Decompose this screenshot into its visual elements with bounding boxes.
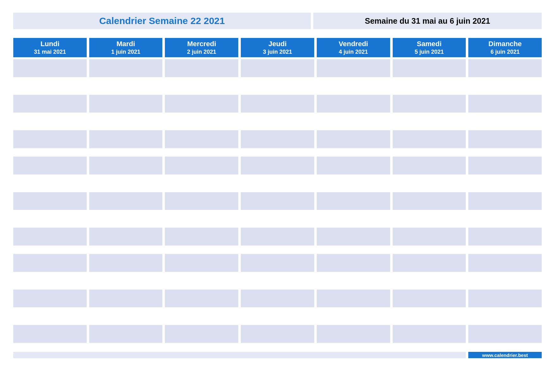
planner-slot xyxy=(89,175,163,192)
day-name: Jeudi xyxy=(241,40,314,48)
planner-slot xyxy=(393,175,466,192)
planner-slot xyxy=(241,290,314,307)
planner-slot xyxy=(89,325,163,343)
planner-slot xyxy=(165,254,238,272)
day-block xyxy=(393,156,466,246)
planner-slot xyxy=(13,272,87,290)
day-block xyxy=(468,254,542,343)
day-block xyxy=(13,254,87,343)
day-block xyxy=(241,254,314,343)
day-name: Mardi xyxy=(89,40,163,48)
planner-slot xyxy=(393,95,466,113)
page-title: Calendrier Semaine 22 2021 xyxy=(13,13,311,29)
planner-slot xyxy=(393,210,466,228)
planner-slot xyxy=(393,254,466,272)
footer-row: www.calendrier.best xyxy=(13,352,542,358)
time-block-row xyxy=(13,59,542,148)
page-subtitle: Semaine du 31 mai au 6 juin 2021 xyxy=(313,13,542,29)
planner-slot xyxy=(89,192,163,210)
planner-slot xyxy=(393,290,466,307)
day-header-vendredi: Vendredi 4 juin 2021 xyxy=(317,38,390,57)
planner-slot xyxy=(393,307,466,325)
planner-slot xyxy=(89,59,163,77)
day-date: 3 juin 2021 xyxy=(241,48,314,56)
planner-slot xyxy=(468,157,542,175)
day-block xyxy=(89,156,163,246)
planner-slot xyxy=(165,157,238,175)
day-date: 2 juin 2021 xyxy=(165,48,238,56)
planner-slot xyxy=(89,210,163,228)
planner-slot xyxy=(317,210,390,228)
planner-slot xyxy=(89,77,163,95)
planner-slot xyxy=(241,59,314,77)
planner-slot xyxy=(165,272,238,290)
planner-slot xyxy=(468,175,542,192)
time-block-row xyxy=(13,254,542,343)
planner-slot xyxy=(468,290,542,307)
planner-slot xyxy=(13,192,87,210)
planner-slot xyxy=(241,307,314,325)
day-header-jeudi: Jeudi 3 juin 2021 xyxy=(241,38,314,57)
day-date: 6 juin 2021 xyxy=(468,48,542,56)
day-block xyxy=(13,156,87,246)
planner-slot xyxy=(468,210,542,228)
planner-slot xyxy=(468,272,542,290)
planner-slot xyxy=(89,157,163,175)
day-date: 31 mai 2021 xyxy=(13,48,87,56)
planner-slot xyxy=(165,130,238,148)
planner-slot xyxy=(165,77,238,95)
planner-slot xyxy=(89,290,163,307)
planner-slot xyxy=(468,95,542,113)
planner-slot xyxy=(89,228,163,245)
planner-slot xyxy=(165,307,238,325)
planner-slot xyxy=(317,272,390,290)
planner-slot xyxy=(468,254,542,272)
planner-slot xyxy=(13,254,87,272)
day-block xyxy=(468,156,542,246)
day-date: 5 juin 2021 xyxy=(393,48,466,56)
planner-slot xyxy=(241,113,314,130)
planner-slot xyxy=(241,175,314,192)
day-block xyxy=(393,59,466,148)
day-block xyxy=(241,59,314,148)
planner-slot xyxy=(317,157,390,175)
planner-slot xyxy=(241,210,314,228)
planner-slot xyxy=(393,113,466,130)
days-header: Lundi 31 mai 2021 Mardi 1 juin 2021 Merc… xyxy=(13,38,542,57)
planner-slot xyxy=(241,77,314,95)
planner-slot xyxy=(241,254,314,272)
planner-slot xyxy=(165,192,238,210)
planner-slot xyxy=(393,77,466,95)
day-date: 1 juin 2021 xyxy=(89,48,163,56)
planner-slot xyxy=(317,77,390,95)
planner-slot xyxy=(13,157,87,175)
planner-slot xyxy=(13,290,87,307)
planner-slot xyxy=(393,272,466,290)
planner-slot xyxy=(317,175,390,192)
planner-slot xyxy=(13,59,87,77)
planner-slot xyxy=(13,77,87,95)
planner-slot xyxy=(241,130,314,148)
planner-slot xyxy=(13,228,87,245)
day-header-dimanche: Dimanche 6 juin 2021 xyxy=(468,38,542,57)
planner-slot xyxy=(165,228,238,245)
day-block xyxy=(165,59,238,148)
planner-slot xyxy=(241,228,314,245)
planner-slot xyxy=(13,130,87,148)
day-block xyxy=(317,59,390,148)
day-block xyxy=(393,254,466,343)
planner-slot xyxy=(317,290,390,307)
planner-slot xyxy=(165,210,238,228)
day-block xyxy=(241,156,314,246)
day-name: Mercredi xyxy=(165,40,238,48)
footer-bar xyxy=(13,352,466,358)
planner-slot xyxy=(393,59,466,77)
planner-slot xyxy=(165,290,238,307)
planner-slot xyxy=(241,272,314,290)
day-date: 4 juin 2021 xyxy=(317,48,390,56)
planner-slot xyxy=(165,113,238,130)
planner-slot xyxy=(165,95,238,113)
planner-slot xyxy=(393,157,466,175)
day-block xyxy=(317,254,390,343)
planner-slot xyxy=(468,192,542,210)
